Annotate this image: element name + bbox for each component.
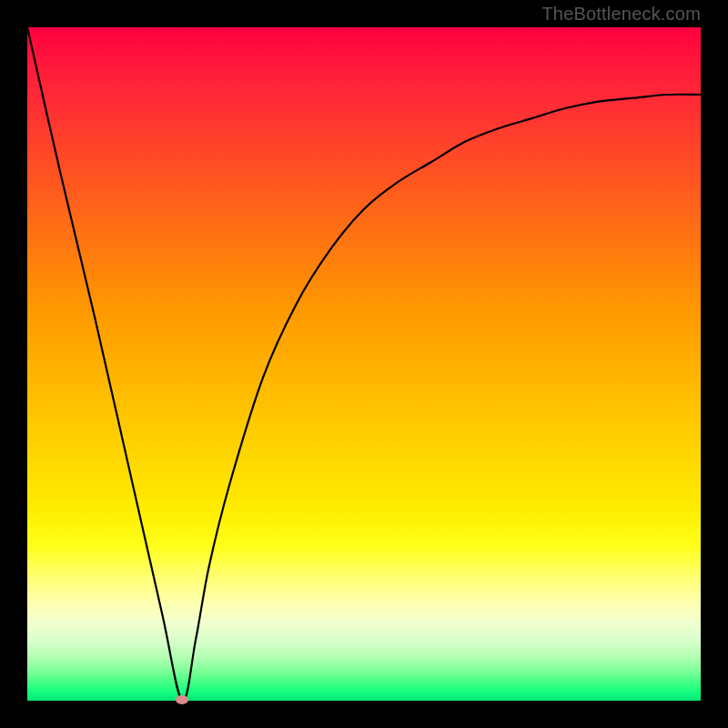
plot-area — [27, 27, 701, 701]
bottleneck-curve — [27, 27, 701, 701]
chart-container: TheBottleneck.com — [0, 0, 728, 728]
attribution-text: TheBottleneck.com — [541, 4, 701, 25]
curve-svg — [27, 27, 701, 701]
minimum-marker — [176, 695, 188, 704]
